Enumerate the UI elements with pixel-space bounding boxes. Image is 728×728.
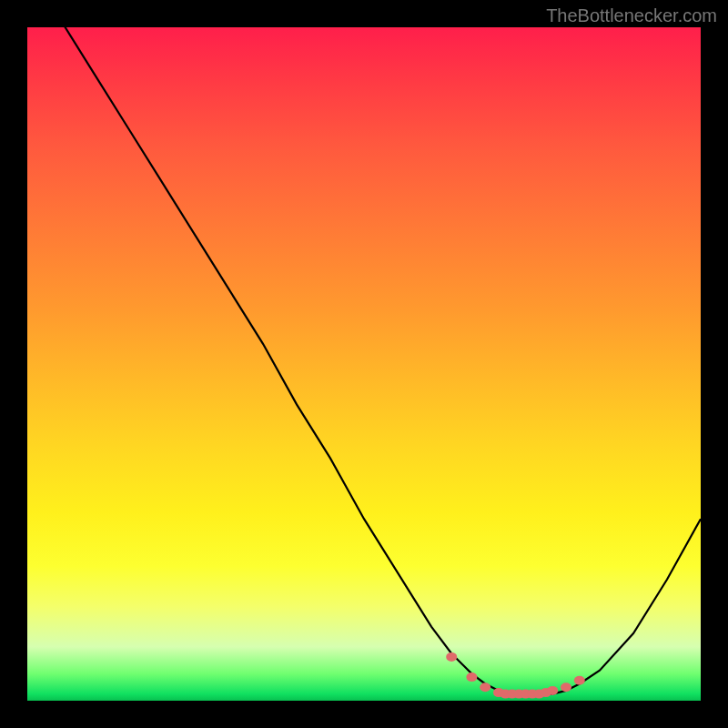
marker-dot [446,652,457,662]
marker-dot [466,672,477,682]
marker-dot [547,686,558,695]
marker-dot [480,682,490,692]
plot-area [27,27,701,701]
marker-dot [574,676,585,685]
attribution-text: TheBottlenecker.com [546,5,717,26]
chart-svg [27,27,701,701]
marker-dot [561,682,571,692]
chart-curve-line [27,27,701,694]
